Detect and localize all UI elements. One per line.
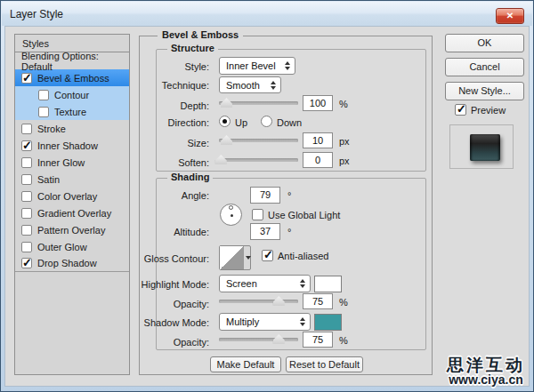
slider-track xyxy=(219,300,298,303)
opacity-highlight-label: Opacity: xyxy=(140,298,209,310)
bevel-emboss-panel: Bevel & Emboss Structure Style: Inner Be… xyxy=(139,36,433,375)
checkbox-satin[interactable] xyxy=(21,174,32,185)
checkbox-pattern-overlay[interactable] xyxy=(21,225,32,236)
slider-track xyxy=(219,158,298,162)
checkbox-inner-shadow[interactable] xyxy=(21,140,32,151)
slider-track xyxy=(219,338,298,341)
opacity-highlight-slider[interactable] xyxy=(219,296,298,306)
technique-dropdown[interactable]: Smooth xyxy=(219,76,281,93)
anti-aliased-checkbox[interactable] xyxy=(262,250,273,261)
layer-style-dialog: Layer Style ✕ Styles Blending Options: D… xyxy=(0,0,534,392)
spinner-icon xyxy=(300,317,305,326)
size-input[interactable]: 10 xyxy=(303,132,333,148)
checkbox-gradient-overlay[interactable] xyxy=(21,208,32,219)
opacity-shadow-label: Opacity: xyxy=(140,336,209,348)
sidebar-item-bevel-emboss[interactable]: Bevel & Emboss xyxy=(15,69,129,86)
dialog-body: Styles Blending Options: Default Bevel &… xyxy=(4,26,530,387)
soften-slider[interactable] xyxy=(219,155,298,164)
checkbox-inner-glow[interactable] xyxy=(21,157,32,168)
anti-aliased-label: Anti-aliased xyxy=(278,250,328,262)
sidebar-item-color-overlay[interactable]: Color Overlay xyxy=(15,188,129,204)
size-label: Size: xyxy=(140,137,209,149)
direction-down-radio[interactable] xyxy=(261,116,272,127)
checkbox-stroke[interactable] xyxy=(21,124,32,134)
titlebar[interactable]: Layer Style ✕ xyxy=(2,2,532,26)
sidebar-item-stroke[interactable]: Stroke xyxy=(15,120,129,137)
sidebar-item-label: Stroke xyxy=(37,124,66,134)
depth-unit: % xyxy=(339,98,348,110)
window-title: Layer Style xyxy=(10,8,63,20)
slider-thumb[interactable] xyxy=(221,98,232,108)
opacity-highlight-input[interactable]: 75 xyxy=(303,293,333,309)
slider-thumb[interactable] xyxy=(273,296,285,306)
checkbox-color-overlay[interactable] xyxy=(21,191,32,202)
gloss-contour-label: Gloss Contour: xyxy=(140,252,209,265)
checkbox-outer-glow[interactable] xyxy=(21,242,32,252)
style-preview-box xyxy=(449,124,514,169)
checkbox-drop-shadow[interactable] xyxy=(21,258,32,268)
styles-list: Styles Blending Options: Default Bevel &… xyxy=(14,34,130,375)
sidebar-item-pattern-overlay[interactable]: Pattern Overlay xyxy=(15,221,129,238)
direction-up-radio[interactable] xyxy=(219,116,231,127)
style-dropdown[interactable]: Inner Bevel xyxy=(219,57,295,75)
cancel-button[interactable]: Cancel xyxy=(445,58,524,76)
sidebar-item-inner-shadow[interactable]: Inner Shadow xyxy=(15,137,129,154)
altitude-input[interactable]: 37 xyxy=(250,223,280,240)
sidebar-item-contour[interactable]: Contour xyxy=(15,86,129,103)
ok-button[interactable]: OK xyxy=(445,34,524,52)
opacity-highlight-unit: % xyxy=(339,296,348,308)
slider-thumb[interactable] xyxy=(273,334,285,344)
checkbox-contour[interactable] xyxy=(38,90,49,100)
sidebar-item-satin[interactable]: Satin xyxy=(15,171,129,188)
close-button[interactable]: ✕ xyxy=(496,8,524,24)
preview-checkbox[interactable] xyxy=(455,104,466,116)
sidebar-item-texture[interactable]: Texture xyxy=(15,103,129,120)
size-slider[interactable] xyxy=(219,135,298,145)
opacity-shadow-slider[interactable] xyxy=(219,334,298,344)
angle-dial[interactable] xyxy=(220,204,242,226)
altitude-unit: ° xyxy=(287,226,291,238)
sidebar-item-inner-glow[interactable]: Inner Glow xyxy=(15,154,129,171)
soften-unit: px xyxy=(339,155,350,167)
opacity-shadow-input[interactable]: 75 xyxy=(303,332,333,348)
angle-dial-handle[interactable] xyxy=(229,205,233,210)
size-unit: px xyxy=(339,135,350,148)
angle-input[interactable]: 79 xyxy=(250,187,280,204)
sidebar-item-gradient-overlay[interactable]: Gradient Overlay xyxy=(15,204,129,221)
depth-label: Depth: xyxy=(140,100,209,112)
depth-slider[interactable] xyxy=(219,98,298,108)
shadow-mode-value: Multiply xyxy=(226,316,259,327)
shadow-mode-label: Shadow Mode: xyxy=(140,316,209,329)
highlight-mode-dropdown[interactable]: Screen xyxy=(219,275,311,292)
shadow-color-swatch[interactable] xyxy=(314,314,342,331)
depth-input[interactable]: 100 xyxy=(303,95,333,111)
technique-label: Technique: xyxy=(140,79,209,92)
preview-label: Preview xyxy=(471,104,506,116)
sidebar-item-label: Inner Shadow xyxy=(37,140,98,151)
watermark-line2: www.ciya.cn xyxy=(447,373,525,386)
sidebar-item-label: Satin xyxy=(37,174,60,185)
soften-input[interactable]: 0 xyxy=(303,152,333,168)
use-global-light-checkbox[interactable] xyxy=(252,209,263,220)
shadow-mode-dropdown[interactable]: Multiply xyxy=(219,313,311,331)
slider-thumb[interactable] xyxy=(221,135,232,145)
highlight-color-swatch[interactable] xyxy=(314,276,342,292)
angle-unit: ° xyxy=(287,189,291,202)
new-style-button[interactable]: New Style... xyxy=(445,82,524,100)
sidebar-item-blending-options[interactable]: Blending Options: Default xyxy=(15,52,129,69)
spinner-icon xyxy=(285,61,290,70)
make-default-button[interactable]: Make Default xyxy=(210,356,281,372)
reset-to-default-button[interactable]: Reset to Default xyxy=(286,356,363,372)
angle-label: Angle: xyxy=(140,189,209,202)
gloss-contour-picker[interactable] xyxy=(219,245,251,270)
checkbox-bevel-emboss[interactable] xyxy=(21,73,32,84)
style-value: Inner Bevel xyxy=(226,60,276,71)
sidebar-item-outer-glow[interactable]: Outer Glow xyxy=(15,238,129,255)
contour-thumbnail-icon xyxy=(220,246,243,269)
checkbox-texture[interactable] xyxy=(38,107,49,117)
sidebar-item-drop-shadow[interactable]: Drop Shadow xyxy=(15,255,129,272)
sidebar-item-label: Inner Glow xyxy=(37,157,85,168)
soften-label: Soften: xyxy=(140,156,209,169)
direction-down-label: Down xyxy=(277,116,302,129)
sidebar-item-label: Texture xyxy=(54,107,86,117)
